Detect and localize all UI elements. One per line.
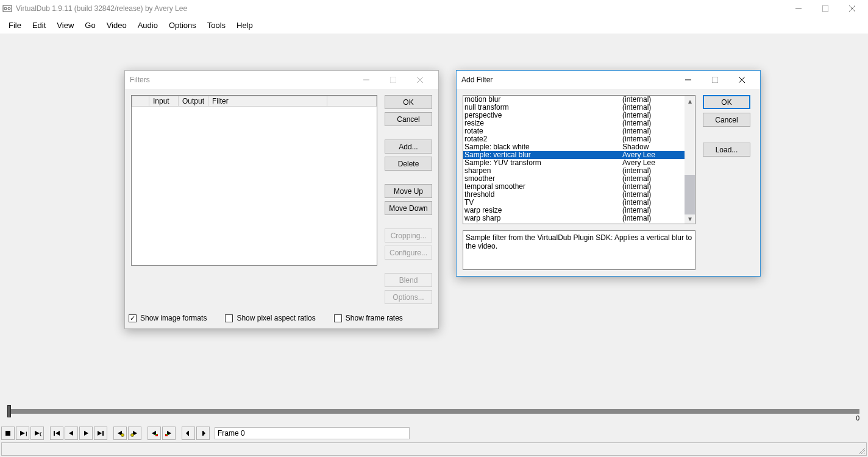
add-button[interactable]: Add... [385,140,432,154]
menu-help[interactable]: Help [232,18,258,32]
cropping-button: Cropping... [385,228,432,243]
goto-start-button[interactable] [50,427,63,440]
scrollbar-thumb[interactable] [685,175,695,214]
next-frame-button[interactable] [79,427,93,440]
filter-row[interactable]: warp resize(internal) [463,207,685,214]
menu-file[interactable]: File [4,18,26,32]
filter-row[interactable]: perspective(internal) [463,112,685,119]
checkbox-label: Show pixel aspect ratios [237,314,315,322]
menu-tools[interactable]: Tools [202,18,230,32]
filter-row[interactable]: rotate(internal) [463,127,685,135]
svg-rect-4 [822,5,828,12]
delete-button[interactable]: Delete [385,157,432,171]
menu-view[interactable]: View [52,18,79,32]
minimize-icon[interactable] [353,71,380,89]
col-blank2[interactable] [327,96,377,107]
filter-row[interactable]: smoother(internal) [463,175,685,183]
timeline-handle[interactable] [7,405,11,417]
col-blank[interactable] [132,96,149,107]
svg-marker-30 [152,431,156,436]
menu-go[interactable]: Go [80,18,100,32]
checkbox-label: Show image formats [140,314,207,322]
next-keyframe-button[interactable] [128,427,141,440]
maximize-button[interactable] [812,0,839,17]
stop-button[interactable] [1,427,15,440]
load-button[interactable]: Load... [703,143,750,157]
svg-marker-23 [84,431,88,436]
available-filters-list[interactable]: motion blur(internal)null transform(inte… [463,95,695,224]
checkbox-show-pixel-aspect[interactable]: Show pixel aspect ratios [225,314,315,322]
goto-end-button[interactable] [94,427,107,440]
menu-edit[interactable]: Edit [27,18,51,32]
filter-row[interactable]: Sample: YUV transformAvery Lee [463,159,685,167]
resize-grip-icon[interactable] [857,446,866,455]
ok-button[interactable]: OK [703,95,750,109]
play-input-button[interactable]: i [16,427,29,440]
filter-row[interactable]: temporal smoother(internal) [463,183,685,191]
checkbox-show-frame-rates[interactable]: Show frame rates [334,314,403,322]
moveup-button[interactable]: Move Up [385,184,432,198]
dialog-titlebar[interactable]: Add Filter [457,71,760,89]
menu-audio[interactable]: Audio [133,18,163,32]
dialog-title: Filters [130,76,353,84]
dialog-titlebar[interactable]: Filters [125,71,438,89]
svg-rect-20 [54,431,55,436]
movedown-button[interactable]: Move Down [385,201,432,215]
svg-marker-21 [55,431,60,436]
filter-row[interactable]: sharpen(internal) [463,167,685,175]
close-icon[interactable] [407,71,433,89]
minimize-icon[interactable] [675,71,702,89]
col-output[interactable]: Output [179,96,208,107]
close-button[interactable] [839,0,866,17]
filter-name: TV [464,199,622,207]
play-output-button[interactable]: o [30,427,44,440]
col-input[interactable]: Input [149,96,179,107]
filter-row[interactable]: resize(internal) [463,119,685,127]
filter-name: threshold [464,191,622,199]
ok-button[interactable]: OK [385,95,432,109]
checkbox-icon [129,314,137,322]
menu-options[interactable]: Options [164,18,201,32]
checkbox-show-image-formats[interactable]: Show image formats [129,314,207,322]
svg-marker-16 [20,431,25,436]
svg-rect-8 [390,77,396,83]
filter-row[interactable]: rotate2(internal) [463,135,685,143]
mark-in-button[interactable] [182,427,195,440]
filter-name: warp resize [464,207,622,214]
prev-keyframe-button[interactable] [113,427,127,440]
close-icon[interactable] [728,71,755,89]
minimize-button[interactable] [785,0,812,17]
svg-rect-12 [712,77,718,83]
menu-video[interactable]: Video [102,18,132,32]
filters-list[interactable]: Input Output Filter [131,95,377,266]
maximize-icon[interactable] [702,71,728,89]
filter-name: smoother [464,175,622,183]
svg-rect-25 [102,431,104,436]
filter-row[interactable]: threshold(internal) [463,191,685,199]
add-filter-dialog: Add Filter motion blur(internal)null tra… [456,70,761,277]
configure-button: Configure... [385,246,432,260]
filter-name: null transform [464,104,622,112]
scroll-up-icon[interactable]: ▴ [685,96,695,106]
cancel-button[interactable]: Cancel [385,112,432,126]
prev-drop-button[interactable] [148,427,161,440]
svg-rect-35 [166,434,168,435]
col-filter[interactable]: Filter [208,96,327,107]
next-drop-button[interactable] [162,427,176,440]
timeline[interactable]: 0 [7,405,859,417]
mark-out-button[interactable] [196,427,210,440]
svg-rect-32 [155,434,157,435]
filter-name: warp sharp [464,214,622,222]
filter-row[interactable]: TV(internal) [463,199,685,207]
filter-row[interactable]: warp sharp(internal) [463,214,685,222]
scrollbar[interactable]: ▴ ▾ [685,96,695,224]
maximize-icon[interactable] [380,71,407,89]
svg-marker-18 [35,431,40,436]
cancel-button[interactable]: Cancel [703,113,750,127]
timeline-track[interactable] [7,409,859,414]
scroll-down-icon[interactable]: ▾ [685,213,695,224]
prev-frame-button[interactable] [65,427,78,440]
filter-row[interactable]: motion blur(internal) [463,96,685,104]
filter-name: motion blur [464,96,622,104]
filter-row[interactable]: null transform(internal) [463,104,685,112]
